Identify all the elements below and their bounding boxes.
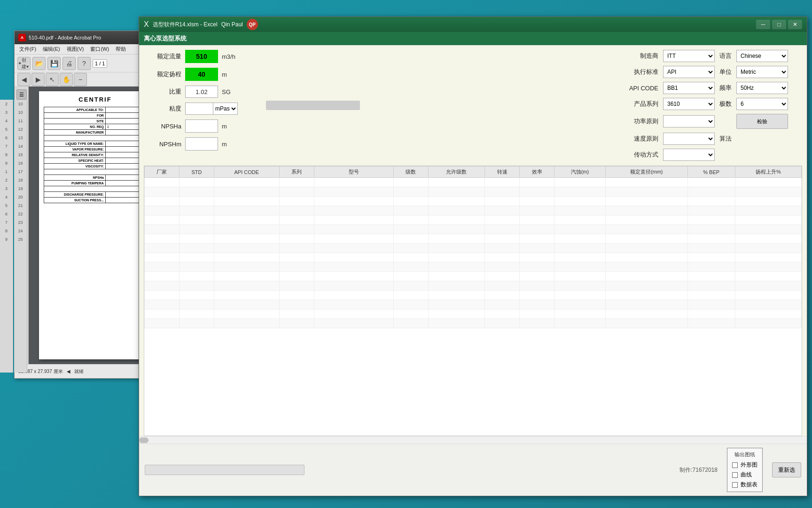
form-left: 额定流量 m3/h 额定扬程 m 比重 1.02 [148, 50, 238, 161]
freq-select[interactable]: 50Hz 60Hz [736, 82, 788, 94]
col-api-code: API CODE [214, 167, 279, 178]
npshm-label: NPSHm [148, 141, 181, 148]
restore-button[interactable]: □ [772, 20, 786, 29]
hand-tool[interactable]: ✋ [60, 73, 73, 86]
table-row[interactable] [145, 206, 802, 215]
viscosity-unit-select[interactable]: mPas cP [213, 103, 238, 115]
table-header-row: 厂家 STD API CODE 系列 型号 级数 允许级数 转速 效率 汽蚀(m… [145, 167, 802, 178]
col-manufacturer: 厂家 [145, 167, 180, 178]
checkbox-waixing-label: 外形图 [741, 461, 757, 469]
table-row[interactable] [145, 215, 802, 225]
pdf-page: CENTRIF APPLICABLE TO: FOR SITE NO. REQ2… [39, 91, 152, 359]
flow-input[interactable] [185, 50, 218, 63]
npsha-input[interactable] [185, 119, 218, 133]
api-code-label: API CODE [629, 85, 658, 92]
open-button[interactable]: 📂 [32, 57, 46, 70]
table-row[interactable] [145, 225, 802, 234]
checkbox-datatable-input[interactable] [732, 482, 738, 488]
speed-principle-label: 速度原则 [629, 135, 658, 143]
npsha-unit: m [222, 123, 227, 130]
arrow-scroll: ◀ [67, 369, 70, 374]
table-row[interactable] [145, 262, 802, 272]
help-button[interactable]: ? [78, 57, 91, 70]
print-button[interactable]: 🖨 [62, 57, 76, 70]
std-select[interactable]: API ISO HG [663, 66, 715, 78]
col-model: 型号 [314, 167, 393, 178]
menu-window[interactable]: 窗口(W) [87, 45, 112, 54]
excel-titlebar: X 选型软件R14.xlsm - Excel Qin Paul QP ─ □ ✕ [139, 17, 807, 32]
checkbox-waixing: 外形图 [732, 461, 757, 469]
check-button[interactable]: 检验 [736, 114, 788, 129]
unit-select[interactable]: Metric Imperial [736, 66, 788, 78]
drive-select[interactable] [663, 149, 715, 161]
progress-indicator [266, 101, 360, 110]
drive-label: 传动方式 [629, 151, 658, 159]
sg-value: 1.02 [195, 88, 207, 95]
flow-unit: m3/h [222, 53, 235, 60]
table-row[interactable] [145, 291, 802, 300]
output-box: 输出图纸 外形图 曲线 数据表 [727, 448, 763, 492]
app-panel: 离心泵选型系统 额定流量 m3/h 额定扬程 m [139, 32, 807, 496]
select-tool[interactable]: ↖ [46, 73, 59, 86]
zoom-out[interactable]: − [74, 73, 87, 86]
table-row[interactable] [145, 272, 802, 281]
pages-panel-icon[interactable]: ☰ [16, 89, 27, 100]
table-row[interactable] [145, 300, 802, 310]
checkbox-curve-input[interactable] [732, 472, 738, 478]
nav-next[interactable]: ▶ [31, 73, 45, 86]
table-row[interactable] [145, 253, 802, 262]
table-row[interactable] [145, 319, 802, 328]
close-button[interactable]: ✕ [788, 20, 802, 29]
checkbox-waixing-input[interactable] [732, 462, 738, 468]
sg-row: 比重 1.02 SG [148, 86, 238, 98]
manufacturer-label: 制造商 [629, 52, 658, 60]
minimize-button[interactable]: ─ [756, 20, 770, 29]
col-head-rise: 扬程上升% [735, 167, 801, 178]
recalc-button[interactable]: 重新选 [772, 462, 801, 477]
excel-user-name: Qin Paul [221, 21, 243, 28]
head-input[interactable] [185, 68, 218, 81]
poles-select[interactable]: 6 2 4 8 [736, 98, 788, 110]
table-scrollbar[interactable]: ◀ [139, 436, 807, 444]
menu-file[interactable]: 文件(F) [16, 45, 39, 54]
api-code-select[interactable]: BB1 BB2 BB3 OH1 OH2 [663, 82, 715, 94]
scroll-thumb[interactable] [139, 437, 148, 443]
data-table: 厂家 STD API CODE 系列 型号 级数 允许级数 转速 效率 汽蚀(m… [144, 166, 802, 328]
viscosity-input[interactable] [185, 103, 213, 115]
speed-principle-select[interactable] [663, 133, 715, 145]
save-button[interactable]: 💾 [47, 57, 61, 70]
sg-label: 比重 [148, 87, 181, 96]
progress-spacer [266, 50, 360, 161]
sg-unit: SG [222, 88, 231, 95]
poles-label: 极数 [719, 100, 732, 108]
maker-label: 制作:71672018 [679, 466, 718, 474]
row-numbers-left: 10 10 11 12 13 14 15 16 17 18 19 20 21 2… [14, 100, 27, 373]
npshm-input[interactable] [185, 137, 218, 151]
create-button[interactable]: ✦ 创建▾ [17, 57, 31, 70]
freq-label: 频率 [719, 84, 732, 92]
table-row[interactable] [145, 281, 802, 291]
table-row[interactable] [145, 244, 802, 253]
table-row[interactable] [145, 197, 802, 206]
col-bep: % BEP [687, 167, 735, 178]
power-principle-select[interactable] [663, 115, 715, 127]
table-row[interactable] [145, 178, 802, 187]
user-initials: QP [249, 22, 256, 27]
head-label: 额定扬程 [148, 70, 181, 79]
menu-view[interactable]: 视图(V) [64, 45, 87, 54]
nav-prev[interactable]: ◀ [17, 73, 31, 86]
product-series-select[interactable]: 3610 3620 3630 [663, 98, 715, 110]
language-select[interactable]: Chinese English [736, 50, 788, 62]
manufacturer-select[interactable]: ITT Flowserve KSB [663, 50, 715, 62]
table-row[interactable] [145, 187, 802, 197]
menu-edit[interactable]: 编辑(E) [40, 45, 63, 54]
acrobat-title: 510-40.pdf - Adobe Acrobat Pro [29, 35, 101, 40]
app-content: 额定流量 m3/h 额定扬程 m 比重 1.02 [139, 45, 807, 496]
excel-title-group: X 选型软件R14.xlsm - Excel Qin Paul QP [144, 19, 258, 30]
menu-help[interactable]: 帮助 [113, 45, 129, 54]
table-row[interactable] [145, 234, 802, 244]
page-nav[interactable]: 1 / 1 [93, 59, 107, 68]
table-row[interactable] [145, 310, 802, 319]
col-allowed-stages: 允许级数 [428, 167, 484, 178]
window-controls: ─ □ ✕ [756, 20, 802, 29]
